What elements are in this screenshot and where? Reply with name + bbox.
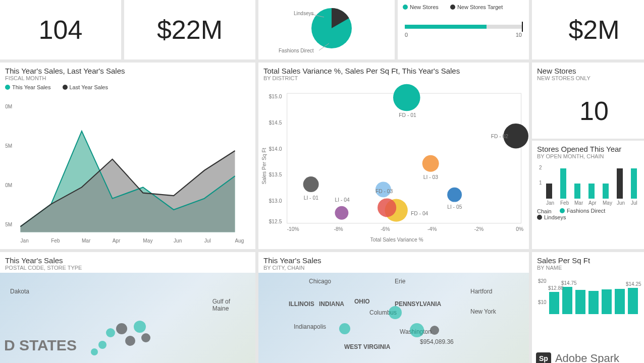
svg-text:Mar: Mar xyxy=(574,200,583,206)
svg-rect-72 xyxy=(615,289,625,314)
svg-point-42 xyxy=(335,206,349,220)
bubble-chart-variance[interactable]: Total Sales Variance %, Sales Per Sq Ft,… xyxy=(258,63,529,249)
svg-text:$10: $10 xyxy=(538,299,547,305)
area-chart-sales[interactable]: This Year's Sales, Last Year's Sales FIS… xyxy=(0,63,255,249)
svg-text:-2%: -2% xyxy=(474,226,484,232)
svg-text:May: May xyxy=(143,237,153,244)
svg-text:FD - 02: FD - 02 xyxy=(491,134,509,139)
kpi-value: $2M xyxy=(568,15,619,45)
svg-text:0M: 0M xyxy=(5,103,12,110)
svg-text:$12.5: $12.5 xyxy=(269,219,282,224)
kpi-total-sales[interactable]: $22M xyxy=(124,0,255,59)
pie-chain-split[interactable]: Lindseys Fashions Direct xyxy=(258,0,395,59)
svg-text:1: 1 xyxy=(539,180,542,186)
adobe-spark-watermark: Sp Adobe Spark xyxy=(536,352,644,363)
svg-text:Jan: Jan xyxy=(546,200,554,206)
svg-text:$14.75: $14.75 xyxy=(561,280,577,286)
svg-point-32 xyxy=(393,84,420,111)
svg-text:LI - 05: LI - 05 xyxy=(447,204,462,210)
svg-text:Jun: Jun xyxy=(174,237,182,244)
svg-text:5M: 5M xyxy=(5,221,12,228)
svg-text:$14.5: $14.5 xyxy=(269,120,282,126)
svg-text:FD - 03: FD - 03 xyxy=(375,189,393,194)
chart-subtitle: BY CITY, CHAIN xyxy=(258,265,529,273)
chart-subtitle: BY DISTRICT xyxy=(258,75,529,83)
svg-text:Apr: Apr xyxy=(113,237,121,244)
chart-subtitle: NEW STORES ONLY xyxy=(532,75,644,83)
map-sales-postal[interactable]: This Year's Sales POSTAL CODE, STORE TYP… xyxy=(0,252,255,363)
legend-item: New Stores Target xyxy=(457,4,503,10)
svg-point-47 xyxy=(447,188,462,202)
kpi-new-store-sales[interactable]: $2M xyxy=(532,0,644,59)
svg-text:$13.5: $13.5 xyxy=(269,172,282,177)
svg-rect-51 xyxy=(546,184,552,199)
chart-title: This Year's Sales, Last Year's Sales xyxy=(0,63,255,75)
chart-subtitle: POSTAL CODE, STORE TYPE xyxy=(0,265,255,273)
svg-rect-67 xyxy=(549,292,559,314)
svg-text:2: 2 xyxy=(539,165,542,170)
legend-item: Fashions Direct xyxy=(567,208,605,214)
chart-title: Total Sales Variance %, Sales Per Sq Ft,… xyxy=(258,63,529,75)
svg-text:Apr: Apr xyxy=(588,200,597,206)
kpi-value: 104 xyxy=(39,15,83,45)
svg-rect-68 xyxy=(562,287,572,314)
svg-rect-55 xyxy=(603,184,609,199)
svg-rect-70 xyxy=(588,291,599,314)
svg-text:Feb: Feb xyxy=(51,237,60,244)
kpi-new-stores[interactable]: 10 xyxy=(532,83,644,139)
svg-point-45 xyxy=(378,198,396,217)
watermark-text: Adobe Spark xyxy=(555,352,619,363)
chart-title: Sales Per Sq Ft xyxy=(532,252,644,265)
pie-label-lindseys: Lindseys xyxy=(294,11,313,16)
kpi-store-count[interactable]: 104 xyxy=(0,0,121,59)
svg-text:-6%: -6% xyxy=(381,226,390,232)
bar-sales-per-sqft[interactable]: Sales Per Sq Ft BY NAME $20 $10 $12.86 $… xyxy=(532,252,644,363)
svg-rect-54 xyxy=(588,184,595,199)
gauge-tick: 10 xyxy=(516,32,522,38)
svg-text:Jan: Jan xyxy=(20,237,28,244)
chart-title: This Year's Sales xyxy=(258,252,529,265)
gauge-target-marker xyxy=(522,22,523,32)
svg-text:$12.86: $12.86 xyxy=(548,285,564,291)
map-sales-city[interactable]: This Year's Sales BY CITY, CHAIN Chicago… xyxy=(258,252,529,363)
kpi-value: $22M xyxy=(157,15,223,45)
svg-text:Aug: Aug xyxy=(235,237,244,244)
svg-text:$20: $20 xyxy=(538,278,547,284)
svg-text:$14.0: $14.0 xyxy=(269,146,282,152)
chart-title: This Year's Sales xyxy=(0,252,255,265)
legend-item: New Stores xyxy=(410,4,439,10)
svg-text:Jul: Jul xyxy=(631,200,637,206)
svg-text:FD - 04: FD - 04 xyxy=(411,211,428,216)
svg-text:Sales Per Sq Ft: Sales Per Sq Ft xyxy=(261,148,267,184)
chart-subtitle: BY OPEN MONTH, CHAIN xyxy=(532,153,644,161)
svg-text:May: May xyxy=(603,200,612,206)
svg-text:LI - 03: LI - 03 xyxy=(423,174,438,180)
legend-item: Lindseys xyxy=(544,214,566,220)
svg-text:-8%: -8% xyxy=(334,226,343,232)
svg-rect-57 xyxy=(631,168,637,199)
chart-subtitle: BY NAME xyxy=(532,265,644,273)
svg-rect-52 xyxy=(560,168,566,199)
svg-text:$15.0: $15.0 xyxy=(269,94,282,100)
svg-text:5M: 5M xyxy=(5,143,12,149)
svg-rect-53 xyxy=(574,184,580,199)
gauge-new-stores[interactable]: New Stores New Stores Target 0 10 xyxy=(398,0,529,59)
svg-text:LI - 04: LI - 04 xyxy=(335,197,350,203)
gauge-fill xyxy=(405,25,487,29)
gauge-tick: 0 xyxy=(405,32,408,38)
svg-text:-4%: -4% xyxy=(427,226,437,232)
chart-title: New Stores xyxy=(532,63,644,75)
right-column: New Stores NEW STORES ONLY 10 Stores Ope… xyxy=(532,63,644,249)
legend-label: Chain xyxy=(537,208,552,214)
svg-point-36 xyxy=(422,155,439,172)
map-country-label: D STATES xyxy=(4,337,77,354)
svg-rect-71 xyxy=(602,289,612,314)
svg-text:0M: 0M xyxy=(5,182,12,189)
svg-text:Mar: Mar xyxy=(82,237,91,244)
legend-item: This Year Sales xyxy=(12,84,50,90)
svg-text:LI - 01: LI - 01 xyxy=(304,196,318,201)
legend-item: Last Year Sales xyxy=(70,84,108,90)
svg-point-40 xyxy=(303,176,319,192)
svg-rect-56 xyxy=(617,168,623,199)
chart-subtitle: FISCAL MONTH xyxy=(0,75,255,83)
